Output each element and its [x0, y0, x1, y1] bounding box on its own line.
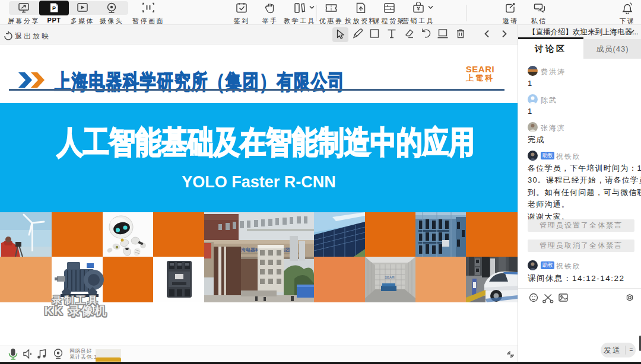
svg-text:P: P [52, 5, 56, 11]
svg-text:SEARI: SEARI [385, 276, 395, 279]
